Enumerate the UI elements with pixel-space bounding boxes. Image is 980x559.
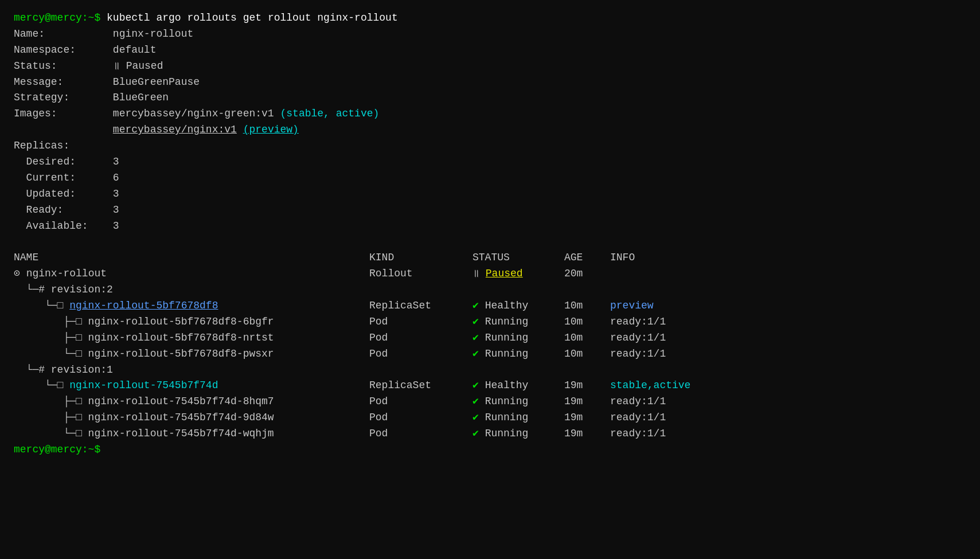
current-val: 6 [113,172,119,183]
updated-line: Updated: 3 [14,188,119,200]
ready-line: Ready: 3 [14,204,119,216]
row-replicaset-stable: └─□ nginx-rollout-7545b7f74d ReplicaSet … [14,380,690,391]
image2-tag: (preview) [243,124,299,135]
replicas-line: Replicas: [14,140,69,151]
message-val: BlueGreenPause [113,76,200,88]
col-kind-header: KIND [369,250,473,266]
row-pod-preview-2: ├─□ nginx-rollout-5bf7678df8-nrtstPod ✔ … [14,332,666,343]
current-line: Current: 6 [14,172,119,183]
image2: mercybassey/nginx:v1 [113,124,237,135]
prompt-line: mercy@mercy:~$ kubectl argo rollouts get… [14,12,398,24]
namespace-line: Namespace: default [14,44,156,56]
table-header: NAMEKINDSTATUSAGEINFO [14,252,635,263]
row-pod-preview-1: ├─□ nginx-rollout-5bf7678df8-6bgfrPod ✔ … [14,316,666,327]
status-val: Paused [126,60,163,72]
row-pod-preview-3: └─□ nginx-rollout-5bf7678df8-pwsxrPod ✔ … [14,348,666,359]
row-pod-stable-1: ├─□ nginx-rollout-7545b7f74d-8hqm7Pod ✔ … [14,396,666,407]
prompt2: mercy@mercy:~$ [14,444,100,455]
row-revision1: └─# revision:1 [14,364,113,376]
col-name-header: NAME [14,250,369,266]
col-status-header: STATUS [473,250,564,266]
command: kubectl argo rollouts get rollout nginx-… [100,12,397,24]
desired-val: 3 [113,156,119,167]
row-rollout: ⊙ nginx-rolloutRollout ॥ Paused 20m [14,268,610,279]
row-revision2: └─# revision:2 [14,284,113,295]
ready-val: 3 [113,204,119,216]
image1-tags: (stable, active) [280,108,380,119]
desired-line: Desired: 3 [14,156,119,167]
available-val: 3 [113,220,119,232]
prompt2-line: mercy@mercy:~$ [14,444,107,455]
strategy-line: Strategy: BlueGreen [14,92,169,103]
available-line: Available: 3 [14,220,119,232]
row-replicaset-preview: └─□ nginx-rollout-5bf7678df8 ReplicaSet … [14,300,654,311]
prompt1: mercy@mercy:~$ [14,12,100,24]
image1: mercybassey/nginx-green:v1 [113,108,274,119]
image2-line: mercybassey/nginx:v1 (preview) [14,124,299,135]
status-line: Status: ॥ Paused [14,60,163,72]
strategy-val: BlueGreen [113,92,169,103]
message-line: Message: BlueGreenPause [14,76,200,88]
row-pod-stable-3: └─□ nginx-rollout-7545b7f74d-wqhjmPod ✔ … [14,428,666,439]
images-line: Images: mercybassey/nginx-green:v1 (stab… [14,108,379,119]
col-age-header: AGE [564,250,610,266]
updated-val: 3 [113,188,119,200]
name-val: nginx-rollout [113,28,193,40]
name-line: Name: nginx-rollout [14,28,193,40]
col-info-header: INFO [610,252,635,263]
row-pod-stable-2: ├─□ nginx-rollout-7545b7f74d-9d84wPod ✔ … [14,412,666,423]
status-icon: ॥ [113,60,126,72]
namespace-val: default [113,44,157,56]
